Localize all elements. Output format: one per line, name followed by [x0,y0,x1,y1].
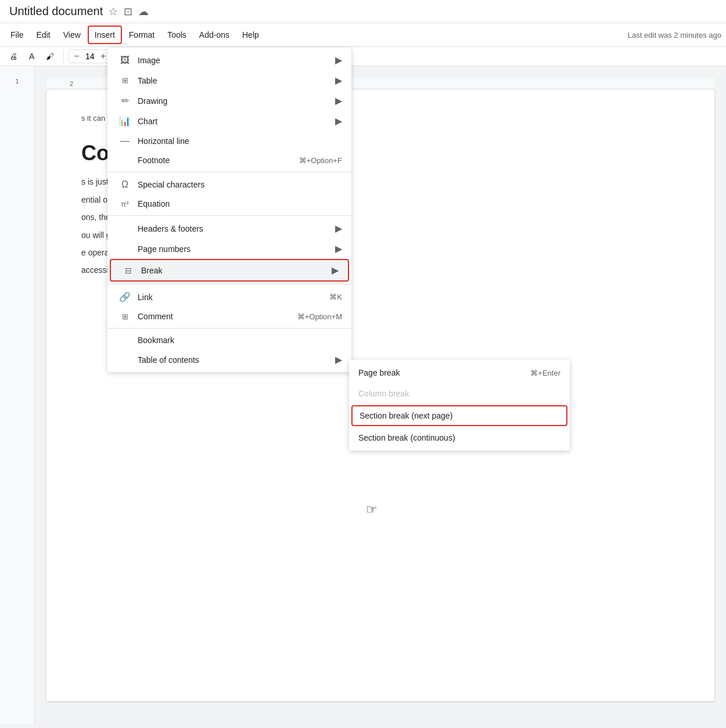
sidebar: 1 [0,66,35,725]
paint-button[interactable]: 🖌 [41,49,59,63]
font-size-down[interactable]: − [71,51,81,62]
menu-help[interactable]: Help [236,27,265,43]
menu-row-table[interactable]: ⊞ Table ▶ [107,70,351,91]
menu-row-comment[interactable]: ⊞ Comment ⌘+Option+M [107,307,351,326]
menu-div-2 [107,215,351,216]
link-shortcut: ⌘K [329,293,342,301]
comment-shortcut: ⌘+Option+M [297,312,342,321]
headers-label: Headers & footers [138,224,330,233]
cloud-icon[interactable]: ☁ [138,5,149,18]
menu-row-toc[interactable]: Table of contents ▶ [107,349,351,370]
cursor-hand: ☞ [366,502,378,517]
special-label: Special characters [138,180,342,189]
menu-row-bookmark[interactable]: Bookmark [107,331,351,349]
menu-row-pagenums[interactable]: Page numbers ▶ [107,239,351,259]
comment-label: Comment [138,312,297,321]
table-icon: ⊞ [117,76,133,85]
page-break-shortcut: ⌘+Enter [530,369,560,377]
equation-label: Equation [138,199,342,208]
star-icon[interactable]: ☆ [109,5,118,18]
print-button[interactable]: 🖨 [5,49,22,63]
submenu-section-break-next[interactable]: Section break (next page) [351,405,567,426]
section-break-continuous-label: Section break (continuous) [358,433,560,442]
last-edit-label: Last edit was 2 minutes ago [628,31,721,39]
pagenums-arrow: ▶ [335,243,342,254]
save-icon[interactable]: ⊡ [124,5,132,18]
menu-bar: File Edit View Insert Format Tools Add-o… [0,23,726,47]
menu-row-special[interactable]: Ω Special characters [107,175,351,194]
drawing-label: Drawing [138,96,330,106]
chart-label: Chart [138,117,330,126]
font-size-value[interactable]: 14 [83,52,97,61]
submenu-column-break[interactable]: Column break [349,383,570,404]
break-label: Break [141,266,327,275]
break-icon: ⊟ [120,266,136,275]
toolbar-sep-1 [63,49,64,63]
comment-icon: ⊞ [117,312,133,321]
drawing-icon: ✏ [117,95,133,106]
chart-arrow: ▶ [335,116,342,127]
font-size-up[interactable]: + [98,51,108,62]
break-submenu: Page break ⌘+Enter Column break Section … [349,360,570,451]
special-icon: Ω [117,179,133,190]
menu-row-drawing[interactable]: ✏ Drawing ▶ [107,91,351,111]
menu-view[interactable]: View [57,27,87,43]
menu-div-3 [107,284,351,284]
menu-div-4 [107,328,351,329]
break-arrow: ▶ [332,265,339,276]
menu-row-equation[interactable]: π² Equation [107,194,351,213]
spell-button[interactable]: A [24,49,39,63]
menu-insert[interactable]: Insert [88,26,122,44]
table-arrow: ▶ [335,75,342,86]
ruler-mark-2: 2 [70,80,73,87]
menu-tools[interactable]: Tools [161,27,192,43]
headers-arrow: ▶ [335,223,342,234]
insert-menu-box: 🖼 Image ▶ ⊞ Table ▶ ✏ Drawing ▶ 📊 Chart … [107,48,351,372]
equation-icon: π² [117,200,133,208]
menu-format[interactable]: Format [123,27,160,43]
bookmark-label: Bookmark [138,336,342,345]
image-label: Image [138,56,330,65]
title-bar: Untitled document ☆ ⊡ ☁ [0,0,726,23]
footnote-shortcut: ⌘+Option+F [299,156,342,165]
footnote-label: Footnote [138,156,299,165]
page-break-label: Page break [358,368,530,377]
chart-icon: 📊 [117,116,133,127]
menu-addons[interactable]: Add-ons [193,27,235,43]
menu-edit[interactable]: Edit [31,27,56,43]
image-icon: 🖼 [117,55,133,66]
section-break-next-label: Section break (next page) [360,411,559,420]
menu-row-chart[interactable]: 📊 Chart ▶ [107,111,351,131]
submenu-page-break[interactable]: Page break ⌘+Enter [349,362,570,383]
font-size-control: − 14 + [69,49,111,63]
image-arrow: ▶ [335,55,342,66]
document-title[interactable]: Untitled document [9,5,103,18]
page-number: 1 [15,78,19,85]
menu-row-footnote[interactable]: Footnote ⌘+Option+F [107,151,351,170]
menu-row-headers[interactable]: Headers & footers ▶ [107,218,351,239]
menu-row-image[interactable]: 🖼 Image ▶ [107,50,351,70]
toc-label: Table of contents [138,355,330,365]
drawing-arrow: ▶ [335,95,342,106]
pagenums-label: Page numbers [138,244,330,254]
hline-icon: — [117,136,133,146]
menu-div-1 [107,172,351,172]
menu-row-link[interactable]: 🔗 Link ⌘K [107,287,351,307]
column-break-label: Column break [358,389,560,398]
insert-menu: 🖼 Image ▶ ⊞ Table ▶ ✏ Drawing ▶ 📊 Chart … [107,48,351,372]
hline-label: Horizontal line [138,136,342,146]
link-label: Link [138,293,329,302]
submenu-section-break-continuous[interactable]: Section break (continuous) [349,427,570,448]
menu-row-break[interactable]: ⊟ Break ▶ [110,259,349,282]
menu-file[interactable]: File [5,27,30,43]
toc-arrow: ▶ [335,354,342,365]
link-icon: 🔗 [117,291,133,302]
table-label: Table [138,76,330,85]
menu-row-hline[interactable]: — Horizontal line [107,131,351,151]
